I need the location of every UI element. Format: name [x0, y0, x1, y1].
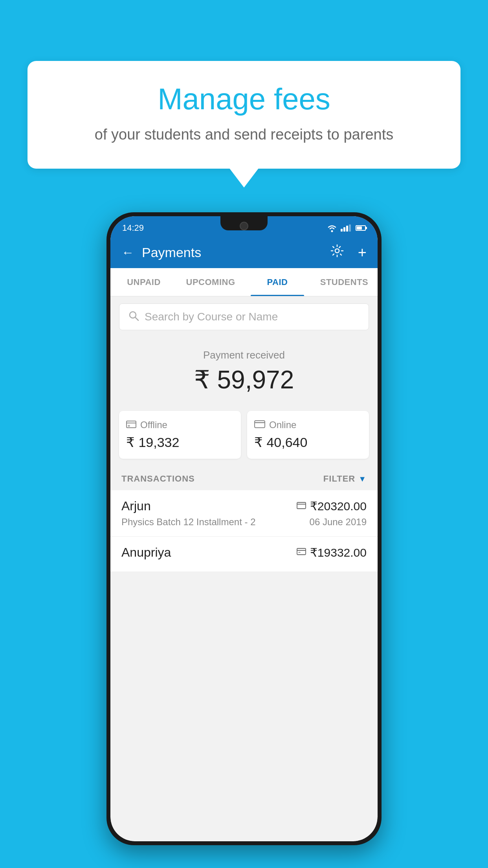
phone-notch — [220, 216, 268, 230]
transaction-amount: ₹19332.00 — [310, 546, 367, 559]
offline-label: Offline — [140, 419, 167, 430]
svg-point-0 — [331, 230, 333, 232]
transaction-date: 06 June 2019 — [310, 517, 367, 528]
online-card-header: Online — [254, 419, 296, 430]
transactions-header: TRANSACTIONS FILTER ▼ — [110, 467, 378, 490]
svg-rect-6 — [297, 502, 306, 509]
table-row[interactable]: Arjun ₹20320.00 Physics — [110, 490, 378, 537]
svg-point-2 — [130, 312, 136, 318]
search-placeholder-text: Search by Course or Name — [145, 311, 278, 323]
payment-cards: Offline ₹ 19,332 Online ₹ 4 — [110, 411, 378, 459]
speech-bubble-title: Manage fees — [47, 83, 441, 116]
add-button[interactable]: + — [358, 244, 367, 261]
battery-icon — [356, 225, 366, 231]
app-header: ← Payments + — [110, 237, 378, 268]
online-amount: ₹ 40,640 — [254, 434, 307, 450]
tabs-bar: UNPAID UPCOMING PAID STUDENTS — [110, 268, 378, 296]
online-label: Online — [269, 419, 296, 430]
tab-upcoming[interactable]: UPCOMING — [177, 268, 244, 296]
transaction-row-top: Anupriya ₹19332.00 — [121, 545, 367, 560]
speech-bubble-subtitle: of your students and send receipts to pa… — [47, 124, 441, 145]
transaction-description: Physics Batch 12 Installment - 2 — [121, 517, 255, 528]
online-card: Online ₹ 40,640 — [247, 411, 369, 459]
transaction-amount-row: ₹19332.00 — [297, 546, 367, 559]
back-button[interactable]: ← — [121, 246, 134, 259]
status-icons — [327, 224, 366, 232]
offline-payment-type-icon — [297, 547, 306, 558]
svg-line-3 — [136, 317, 139, 320]
transaction-row-bottom: Physics Batch 12 Installment - 2 06 June… — [121, 517, 367, 528]
svg-point-1 — [335, 249, 339, 253]
tab-paid[interactable]: PAID — [244, 268, 311, 296]
wifi-icon — [327, 224, 338, 232]
filter-icon: ▼ — [358, 474, 367, 484]
transaction-amount: ₹20320.00 — [310, 499, 367, 513]
speech-bubble-card: Manage fees of your students and send re… — [28, 61, 460, 169]
svg-rect-4 — [127, 421, 136, 428]
search-container: Search by Course or Name — [110, 296, 378, 337]
transaction-name: Arjun — [121, 499, 151, 513]
payment-received-label: Payment received — [119, 349, 369, 361]
online-payment-icon — [254, 419, 265, 430]
settings-button[interactable] — [330, 244, 344, 261]
search-box[interactable]: Search by Course or Name — [119, 303, 369, 330]
payment-total-amount: ₹ 59,972 — [119, 365, 369, 394]
filter-button[interactable]: FILTER ▼ — [323, 474, 367, 484]
svg-rect-5 — [255, 421, 265, 428]
transaction-name: Anupriya — [121, 545, 171, 560]
offline-amount: ₹ 19,332 — [126, 434, 179, 450]
page-title: Payments — [142, 245, 323, 260]
search-icon — [128, 310, 139, 324]
transaction-amount-row: ₹20320.00 — [297, 499, 367, 513]
tab-students[interactable]: STUDENTS — [311, 268, 378, 296]
transactions-label: TRANSACTIONS — [121, 474, 195, 484]
svg-rect-7 — [297, 548, 306, 555]
tab-unpaid[interactable]: UNPAID — [110, 268, 177, 296]
transaction-list: Arjun ₹20320.00 Physics — [110, 490, 378, 572]
phone-device: 14:29 — [106, 212, 382, 845]
status-time: 14:29 — [122, 223, 144, 233]
payment-summary: Payment received ₹ 59,972 — [110, 337, 378, 411]
online-payment-type-icon — [297, 501, 306, 511]
table-row[interactable]: Anupriya ₹19332.00 — [110, 537, 378, 572]
offline-payment-icon — [126, 419, 136, 430]
offline-card-header: Offline — [126, 419, 167, 430]
transaction-row-top: Arjun ₹20320.00 — [121, 499, 367, 513]
phone-inner: 14:29 — [110, 216, 378, 841]
camera-icon — [240, 222, 248, 230]
signal-bars-icon — [341, 224, 351, 232]
phone-screen: 14:29 — [110, 216, 378, 841]
offline-card: Offline ₹ 19,332 — [119, 411, 241, 459]
